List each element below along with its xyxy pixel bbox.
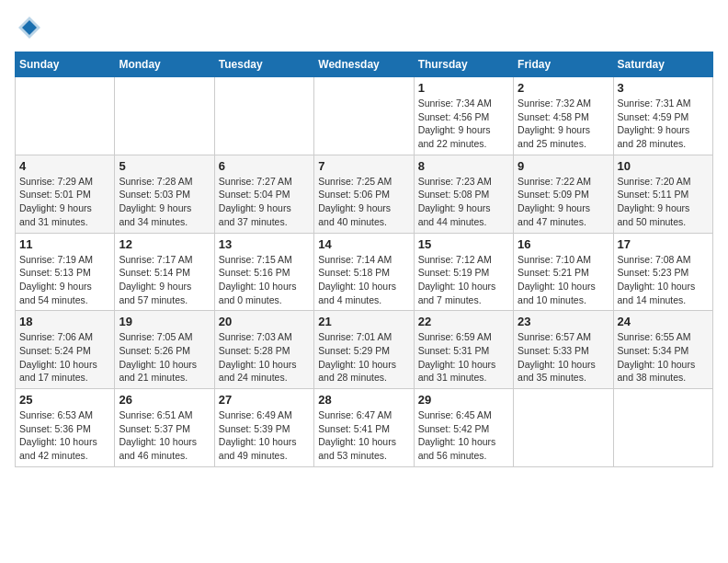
day-number: 12 xyxy=(119,237,210,251)
header-day-saturday: Saturday xyxy=(613,52,712,77)
calendar-cell: 14Sunrise: 7:14 AM Sunset: 5:18 PM Dayli… xyxy=(314,233,414,311)
day-number: 21 xyxy=(318,315,409,328)
calendar-week-4: 18Sunrise: 7:06 AM Sunset: 5:24 PM Dayli… xyxy=(16,311,713,389)
day-info: Sunrise: 6:55 AM Sunset: 5:34 PM Dayligh… xyxy=(618,330,709,385)
day-info: Sunrise: 7:29 AM Sunset: 5:01 PM Dayligh… xyxy=(19,175,110,229)
day-info: Sunrise: 7:08 AM Sunset: 5:23 PM Dayligh… xyxy=(618,253,709,307)
calendar-cell: 18Sunrise: 7:06 AM Sunset: 5:24 PM Dayli… xyxy=(16,311,115,389)
day-number: 23 xyxy=(518,315,609,328)
day-number: 24 xyxy=(618,315,709,328)
day-info: Sunrise: 6:57 AM Sunset: 5:33 PM Dayligh… xyxy=(518,330,609,385)
day-info: Sunrise: 7:23 AM Sunset: 5:08 PM Dayligh… xyxy=(418,175,509,229)
calendar-cell: 10Sunrise: 7:20 AM Sunset: 5:11 PM Dayli… xyxy=(613,155,712,233)
calendar-week-1: 1Sunrise: 7:34 AM Sunset: 4:56 PM Daylig… xyxy=(16,77,713,155)
day-number: 9 xyxy=(518,159,609,173)
day-info: Sunrise: 6:49 AM Sunset: 5:39 PM Dayligh… xyxy=(219,408,310,463)
day-number: 3 xyxy=(618,81,709,95)
header-day-friday: Friday xyxy=(514,52,613,77)
calendar-cell: 2Sunrise: 7:32 AM Sunset: 4:58 PM Daylig… xyxy=(514,77,613,155)
day-number: 26 xyxy=(119,393,210,407)
day-info: Sunrise: 6:53 AM Sunset: 5:36 PM Dayligh… xyxy=(19,408,110,463)
day-info: Sunrise: 7:05 AM Sunset: 5:26 PM Dayligh… xyxy=(119,330,210,385)
day-info: Sunrise: 7:25 AM Sunset: 5:06 PM Dayligh… xyxy=(318,175,409,229)
day-info: Sunrise: 7:31 AM Sunset: 4:59 PM Dayligh… xyxy=(618,97,709,151)
day-info: Sunrise: 7:19 AM Sunset: 5:13 PM Dayligh… xyxy=(19,253,110,307)
calendar-cell: 6Sunrise: 7:27 AM Sunset: 5:04 PM Daylig… xyxy=(214,155,313,233)
day-info: Sunrise: 7:12 AM Sunset: 5:19 PM Dayligh… xyxy=(418,253,509,307)
calendar-cell: 27Sunrise: 6:49 AM Sunset: 5:39 PM Dayli… xyxy=(214,389,313,467)
day-info: Sunrise: 7:32 AM Sunset: 4:58 PM Dayligh… xyxy=(518,97,609,151)
day-number: 1 xyxy=(418,81,509,95)
calendar-cell xyxy=(16,77,115,155)
day-number: 6 xyxy=(219,159,310,173)
calendar-cell: 1Sunrise: 7:34 AM Sunset: 4:56 PM Daylig… xyxy=(414,77,513,155)
day-info: Sunrise: 7:20 AM Sunset: 5:11 PM Dayligh… xyxy=(618,175,709,229)
day-number: 19 xyxy=(119,315,210,328)
day-info: Sunrise: 6:45 AM Sunset: 5:42 PM Dayligh… xyxy=(418,408,509,463)
day-number: 15 xyxy=(418,237,509,251)
calendar-cell: 16Sunrise: 7:10 AM Sunset: 5:21 PM Dayli… xyxy=(514,233,613,311)
day-number: 7 xyxy=(318,159,409,173)
calendar-header: SundayMondayTuesdayWednesdayThursdayFrid… xyxy=(16,52,713,77)
calendar-week-3: 11Sunrise: 7:19 AM Sunset: 5:13 PM Dayli… xyxy=(16,233,713,311)
day-info: Sunrise: 7:10 AM Sunset: 5:21 PM Dayligh… xyxy=(518,253,609,307)
header-day-sunday: Sunday xyxy=(16,52,115,77)
calendar-cell: 20Sunrise: 7:03 AM Sunset: 5:28 PM Dayli… xyxy=(214,311,313,389)
calendar-cell: 22Sunrise: 6:59 AM Sunset: 5:31 PM Dayli… xyxy=(414,311,513,389)
calendar-week-5: 25Sunrise: 6:53 AM Sunset: 5:36 PM Dayli… xyxy=(16,389,713,467)
day-number: 28 xyxy=(318,393,409,407)
calendar-cell xyxy=(613,389,712,467)
calendar-cell: 26Sunrise: 6:51 AM Sunset: 5:37 PM Dayli… xyxy=(115,389,214,467)
calendar-cell xyxy=(115,77,214,155)
calendar-cell xyxy=(314,77,414,155)
calendar-cell: 19Sunrise: 7:05 AM Sunset: 5:26 PM Dayli… xyxy=(115,311,214,389)
day-info: Sunrise: 6:51 AM Sunset: 5:37 PM Dayligh… xyxy=(119,408,210,463)
day-info: Sunrise: 7:14 AM Sunset: 5:18 PM Dayligh… xyxy=(318,253,409,307)
day-number: 2 xyxy=(518,81,609,95)
day-number: 29 xyxy=(418,393,509,407)
calendar-week-2: 4Sunrise: 7:29 AM Sunset: 5:01 PM Daylig… xyxy=(16,155,713,233)
day-number: 17 xyxy=(618,237,709,251)
calendar-cell: 12Sunrise: 7:17 AM Sunset: 5:14 PM Dayli… xyxy=(115,233,214,311)
day-info: Sunrise: 7:01 AM Sunset: 5:29 PM Dayligh… xyxy=(318,330,409,385)
calendar-cell: 25Sunrise: 6:53 AM Sunset: 5:36 PM Dayli… xyxy=(16,389,115,467)
calendar-cell: 4Sunrise: 7:29 AM Sunset: 5:01 PM Daylig… xyxy=(16,155,115,233)
day-number: 4 xyxy=(19,159,110,173)
day-number: 11 xyxy=(19,237,110,251)
day-info: Sunrise: 7:28 AM Sunset: 5:03 PM Dayligh… xyxy=(119,175,210,229)
calendar-cell xyxy=(214,77,313,155)
day-number: 8 xyxy=(418,159,509,173)
calendar-cell: 17Sunrise: 7:08 AM Sunset: 5:23 PM Dayli… xyxy=(613,233,712,311)
day-number: 16 xyxy=(518,237,609,251)
day-number: 14 xyxy=(318,237,409,251)
calendar-cell: 24Sunrise: 6:55 AM Sunset: 5:34 PM Dayli… xyxy=(613,311,712,389)
page-header xyxy=(15,15,713,40)
day-number: 13 xyxy=(219,237,310,251)
day-info: Sunrise: 7:06 AM Sunset: 5:24 PM Dayligh… xyxy=(19,330,110,385)
day-info: Sunrise: 6:59 AM Sunset: 5:31 PM Dayligh… xyxy=(418,330,509,385)
header-day-thursday: Thursday xyxy=(414,52,513,77)
calendar-cell: 3Sunrise: 7:31 AM Sunset: 4:59 PM Daylig… xyxy=(613,77,712,155)
day-number: 18 xyxy=(19,315,110,328)
day-info: Sunrise: 7:15 AM Sunset: 5:16 PM Dayligh… xyxy=(219,253,310,307)
calendar-cell: 5Sunrise: 7:28 AM Sunset: 5:03 PM Daylig… xyxy=(115,155,214,233)
calendar-table: SundayMondayTuesdayWednesdayThursdayFrid… xyxy=(15,52,713,467)
calendar-cell: 7Sunrise: 7:25 AM Sunset: 5:06 PM Daylig… xyxy=(314,155,414,233)
day-info: Sunrise: 7:03 AM Sunset: 5:28 PM Dayligh… xyxy=(219,330,310,385)
calendar-cell: 29Sunrise: 6:45 AM Sunset: 5:42 PM Dayli… xyxy=(414,389,513,467)
header-day-wednesday: Wednesday xyxy=(314,52,414,77)
calendar-cell: 11Sunrise: 7:19 AM Sunset: 5:13 PM Dayli… xyxy=(16,233,115,311)
calendar-cell: 8Sunrise: 7:23 AM Sunset: 5:08 PM Daylig… xyxy=(414,155,513,233)
day-number: 5 xyxy=(119,159,210,173)
calendar-cell xyxy=(514,389,613,467)
day-number: 20 xyxy=(219,315,310,328)
day-number: 25 xyxy=(19,393,110,407)
day-info: Sunrise: 6:47 AM Sunset: 5:41 PM Dayligh… xyxy=(318,408,409,463)
calendar-cell: 9Sunrise: 7:22 AM Sunset: 5:09 PM Daylig… xyxy=(514,155,613,233)
logo xyxy=(15,15,42,40)
header-day-tuesday: Tuesday xyxy=(214,52,313,77)
logo-icon xyxy=(17,15,42,40)
calendar-cell: 28Sunrise: 6:47 AM Sunset: 5:41 PM Dayli… xyxy=(314,389,414,467)
calendar-cell: 13Sunrise: 7:15 AM Sunset: 5:16 PM Dayli… xyxy=(214,233,313,311)
day-number: 27 xyxy=(219,393,310,407)
